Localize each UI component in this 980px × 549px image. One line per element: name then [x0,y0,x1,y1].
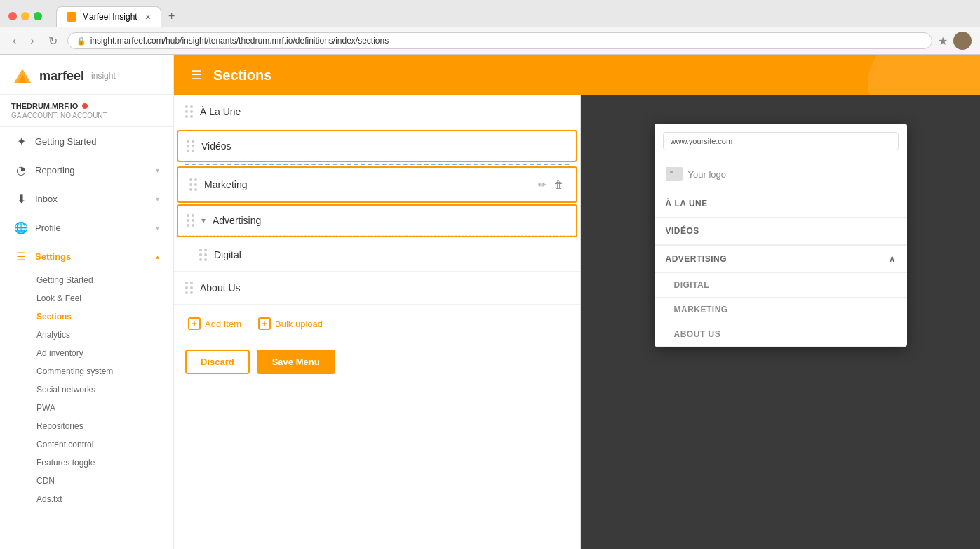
main-content: ☰ Sections À La Une Vidéos [174,55,980,549]
submenu-item-features-toggle[interactable]: Features toggle [31,454,168,472]
submenu-item-pwa[interactable]: PWA [31,399,168,417]
preview-nav-about-us[interactable]: ABOUT US [655,322,907,347]
sidebar-item-profile[interactable]: 🌐 Profile ▾ [3,214,170,242]
submenu-item-commenting[interactable]: Commenting system [31,362,168,381]
header-menu-icon[interactable]: ☰ [191,67,202,83]
preview-logo-text: Your logo [688,169,726,180]
save-menu-button[interactable]: Save Menu [257,350,335,374]
submenu-item-content-control[interactable]: Content control [31,435,168,454]
save-row: Discard Save Menu [174,343,580,385]
section-item-marketing[interactable]: Marketing ✏ 🗑 [177,166,577,203]
preview-nav-advertising-header[interactable]: ADVERTISING ∧ [655,246,907,273]
page-title: Sections [213,67,271,84]
section-name-videos: Vidéos [201,140,568,152]
preview-advertising-label: ADVERTISING [666,254,727,264]
section-name-digital: Digital [214,249,569,260]
tab-title: Marfeel Insight [82,12,137,22]
browser-tab-active[interactable]: Marfeel Insight × [56,6,161,27]
section-item-digital[interactable]: Digital [174,239,580,272]
sidebar-item-getting-started[interactable]: ✦ Getting Started [3,128,170,155]
preview-nav-a-la-une[interactable]: À LA UNE [655,190,907,218]
nav-label-settings: Settings [35,251,149,262]
submenu-item-cdn[interactable]: CDN [31,472,168,490]
nav-label-getting-started: Getting Started [35,136,159,147]
drag-handle-about-us[interactable] [185,282,193,294]
drag-handle-advertising[interactable] [187,214,194,227]
drag-handle-a-la-une[interactable] [185,105,193,118]
discard-button[interactable]: Discard [185,350,250,374]
submenu-item-repositories[interactable]: Repositories [31,417,168,435]
settings-arrow: ▴ [156,253,159,260]
submenu-item-analytics[interactable]: Analytics [31,326,168,344]
submenu-item-getting-started[interactable]: Getting Started [31,271,168,289]
preview-url-bar: www.yoursite.com [663,132,899,150]
sidebar-item-reporting[interactable]: ◔ Reporting ▾ [3,157,170,184]
browser-tabs: Marfeel Insight × + [56,6,182,27]
add-item-label: Add Item [205,319,241,329]
inbox-arrow: ▾ [156,195,159,203]
preview-logo-placeholder [666,167,683,181]
profile-arrow: ▾ [156,224,159,232]
preview-browser: www.yoursite.com Your logo À LA UNE VIDÉ… [655,124,907,347]
add-item-icon: + [188,317,201,330]
sections-panel: À La Une Vidéos Marketing [174,95,581,549]
new-tab-button[interactable]: + [161,6,182,27]
delete-marketing-button[interactable]: 🗑 [552,178,565,192]
actions-row: + Add Item + Bulk upload [174,305,580,343]
sidebar-item-settings[interactable]: ☰ Settings ▴ [3,243,170,270]
account-sub: GA ACCOUNT: NO ACCOUNT [11,112,162,119]
advertising-chevron: ▾ [201,216,206,225]
getting-started-icon: ✦ [14,135,28,148]
advertising-header[interactable]: ▾ Advertising [178,206,576,236]
dot-green[interactable] [34,12,42,20]
forward-button[interactable]: › [26,33,38,48]
settings-submenu: Getting Started Look & Feel Sections Ana… [0,271,173,511]
drag-handle-videos[interactable] [187,140,194,152]
inbox-icon: ⬇ [14,192,28,206]
edit-marketing-button[interactable]: ✏ [537,178,548,192]
preview-nav-marketing[interactable]: MARKETING [655,298,907,322]
submenu-item-ad-inventory[interactable]: Ad inventory [31,344,168,362]
nav-label-reporting: Reporting [35,165,149,176]
section-item-about-us[interactable]: About Us [174,272,580,305]
account-info: THEDRUM.MRF.IO GA ACCOUNT: NO ACCOUNT [0,95,173,127]
logo-sub: insight [91,71,116,81]
dot-yellow[interactable] [21,12,29,20]
submenu-item-look-feel[interactable]: Look & Feel [31,289,168,307]
refresh-button[interactable]: ↻ [44,33,62,49]
section-item-a-la-une[interactable]: À La Une [174,95,580,128]
address-bar[interactable]: 🔒 insight.marfeel.com/hub/insight/tenant… [67,32,932,49]
add-item-button[interactable]: + Add Item [185,315,244,333]
content-area: À La Une Vidéos Marketing [174,95,980,549]
drag-handle-digital[interactable] [199,249,207,261]
section-name-about-us: About Us [200,282,569,293]
bulk-upload-icon: + [258,317,271,330]
profile-avatar[interactable] [953,32,972,50]
browser-dots [8,12,42,20]
drag-handle-marketing[interactable] [189,178,197,191]
submenu-item-sections[interactable]: Sections [31,307,168,326]
submenu-item-ads-txt[interactable]: Ads.txt [31,490,168,508]
logo-text: marfeel [39,69,84,84]
page-header: ☰ Sections [174,55,980,95]
section-name-advertising: Advertising [213,215,568,226]
preview-nav-videos[interactable]: VIDÉOS [655,218,907,245]
sidebar: marfeel insight THEDRUM.MRF.IO GA ACCOUN… [0,55,174,549]
tab-favicon [67,12,76,22]
bulk-upload-button[interactable]: + Bulk upload [255,315,325,333]
section-group-advertising: ▾ Advertising [177,204,577,237]
back-button[interactable]: ‹ [8,33,20,48]
dot-red[interactable] [8,12,17,20]
nav-label-inbox: Inbox [35,194,149,204]
sidebar-item-inbox[interactable]: ⬇ Inbox ▾ [3,185,170,213]
preview-panel: www.yoursite.com Your logo À LA UNE VIDÉ… [581,95,980,549]
nav-label-profile: Profile [35,223,149,233]
app-container: marfeel insight THEDRUM.MRF.IO GA ACCOUN… [0,55,980,549]
bookmark-button[interactable]: ★ [938,34,948,48]
submenu-item-social[interactable]: Social networks [31,381,168,399]
preview-nav-digital[interactable]: DIGITAL [655,273,907,298]
section-item-videos[interactable]: Vidéos [177,130,577,162]
svg-rect-1 [670,171,673,173]
preview-nav-group-advertising: ADVERTISING ∧ DIGITAL MARKETING ABOUT US [655,246,907,347]
tab-close-button[interactable]: × [145,11,151,22]
